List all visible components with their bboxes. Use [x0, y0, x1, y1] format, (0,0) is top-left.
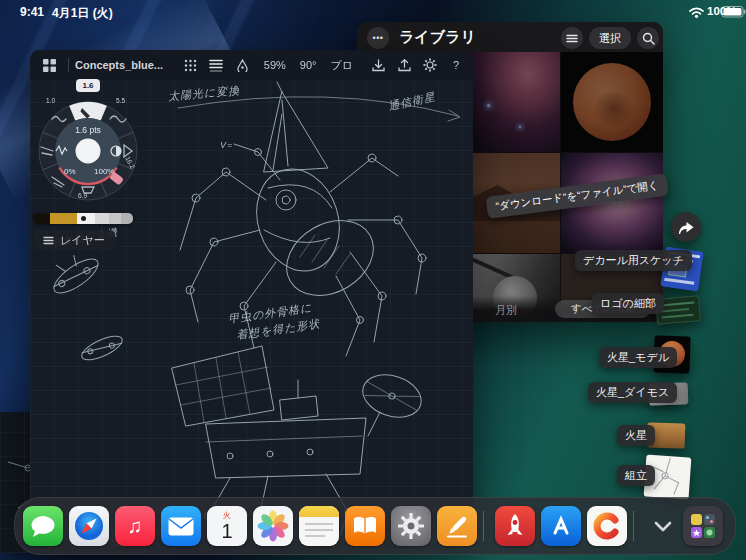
swatch-gold[interactable] — [50, 213, 77, 224]
messages-bubble-icon — [29, 513, 57, 539]
dock-app-concepts[interactable] — [587, 506, 627, 546]
opacity-max-label: 100% — [94, 167, 114, 176]
layers-label: レイヤー — [60, 233, 105, 248]
dot-grid-button[interactable] — [177, 54, 203, 76]
notes-line — [305, 523, 333, 525]
pen-icon — [442, 511, 472, 541]
color-selector-dot — [81, 216, 86, 221]
dock-app-pages[interactable] — [437, 506, 477, 546]
concepts-c-icon — [591, 510, 623, 542]
grid-2x2-icon — [43, 59, 56, 72]
dock-divider — [483, 511, 484, 541]
more-button[interactable]: ••• — [367, 27, 389, 49]
drag-item-label[interactable]: ロゴの細部 — [592, 293, 664, 314]
dock-app-music[interactable]: ♫ — [115, 506, 155, 546]
swatch-dark[interactable] — [33, 213, 50, 224]
drag-item-label[interactable]: 火星_モデル — [599, 347, 677, 368]
photos-title: ライブラリ — [399, 28, 476, 47]
books-icon — [351, 514, 379, 538]
layers-lines-icon — [43, 236, 54, 245]
zoom-level[interactable]: 59% — [264, 59, 286, 71]
mail-envelope-icon — [168, 517, 194, 536]
dock-app-appstore[interactable] — [541, 506, 581, 546]
notes-header — [299, 506, 339, 517]
import-button[interactable] — [365, 54, 391, 76]
filter-button[interactable] — [561, 27, 583, 49]
swatch-gray-3[interactable] — [121, 213, 133, 224]
dock-divider — [633, 511, 634, 541]
pen-nib-icon — [236, 59, 249, 72]
help-label: ? — [453, 59, 459, 71]
battery-body — [708, 6, 746, 18]
dock-app-messages[interactable] — [23, 506, 63, 546]
swatch-gray-2[interactable] — [109, 213, 121, 224]
layers-lines-button[interactable] — [203, 54, 229, 76]
gear-icon — [423, 58, 437, 72]
dock-app-safari[interactable] — [69, 506, 109, 546]
pen-mode-button[interactable] — [229, 54, 255, 76]
settings-button[interactable] — [417, 54, 443, 76]
dock-app-photos[interactable] — [253, 506, 293, 546]
projects-button[interactable] — [36, 54, 62, 76]
drag-item-label[interactable]: 組立 — [617, 465, 655, 486]
dock-app-settings[interactable] — [391, 506, 431, 546]
status-date: 4月1日 (火) — [52, 5, 113, 22]
forward-arrow-icon — [677, 220, 695, 235]
active-size-tab[interactable]: 1.6 — [76, 79, 100, 92]
search-button[interactable] — [637, 27, 659, 49]
export-button[interactable] — [391, 54, 417, 76]
help-button[interactable]: ? — [443, 54, 469, 76]
toolbar-divider — [68, 58, 69, 72]
wifi-icon — [688, 5, 705, 18]
import-icon — [372, 59, 385, 72]
photos-header: ••• ライブラリ 選択 — [357, 22, 663, 52]
status-bar: 9:41 4月1日 (火) 100% — [0, 0, 746, 24]
ring-size-tr: 5.5 — [116, 97, 125, 104]
layers-button[interactable]: レイヤー — [33, 230, 115, 250]
dock-app-mail[interactable] — [161, 506, 201, 546]
music-note-icon: ♫ — [128, 515, 143, 538]
drop-arrow-badge — [671, 212, 701, 242]
photos-flower-icon — [257, 510, 289, 542]
dock-app-library[interactable] — [683, 506, 723, 546]
ring-size-tl: 1.0 — [46, 97, 55, 104]
select-label: 選択 — [599, 31, 621, 46]
rocket-icon — [500, 511, 530, 541]
export-icon — [398, 59, 411, 72]
status-time: 9:41 — [20, 5, 44, 19]
dock-app-notes[interactable] — [299, 506, 339, 546]
drag-item-label[interactable]: 火星_ダイモス — [588, 382, 677, 403]
color-bar[interactable] — [33, 213, 133, 224]
active-size-label: 1.6 — [82, 81, 93, 90]
chevron-down-icon — [654, 521, 672, 532]
drag-item-label[interactable]: デカール用スケッチ — [575, 250, 692, 271]
search-icon — [642, 32, 655, 45]
concepts-window[interactable]: Concepts_blue... 59% 90° プロ — [30, 50, 473, 535]
dock-collapse-button[interactable] — [645, 506, 681, 546]
document-title[interactable]: Concepts_blue... — [75, 59, 163, 71]
filter-lines-icon — [566, 34, 578, 43]
dock-app-rocket[interactable] — [495, 506, 535, 546]
notes-line — [305, 529, 333, 531]
swatch-gray-1[interactable] — [95, 213, 109, 224]
swatch-white[interactable] — [77, 213, 95, 224]
concepts-toolbar: Concepts_blue... 59% 90° プロ — [30, 50, 473, 80]
settings-gear-icon — [396, 511, 426, 541]
rotation-value[interactable]: 90° — [300, 59, 317, 71]
calendar-day: 1 — [221, 520, 232, 542]
calendar-weekday: 火 — [223, 511, 231, 520]
tool-wheel[interactable]: 1.6 1.6 pts 0% 100% 1.0 5.5 16.2 6.9 — [32, 79, 144, 203]
pro-badge[interactable]: プロ — [330, 58, 353, 73]
dock-app-books[interactable] — [345, 506, 385, 546]
app-library-icon — [688, 511, 718, 541]
tab-months[interactable]: 月別 — [495, 303, 517, 318]
drag-item-label[interactable]: 火星 — [617, 425, 655, 446]
stroke-size-label: 1.6 pts — [62, 125, 114, 135]
stacked-lines-icon — [209, 58, 223, 72]
ring-size-b: 6.9 — [78, 192, 87, 199]
opacity-min-label: 0% — [64, 167, 76, 176]
annotation-v: V= — [220, 140, 233, 150]
drawing-canvas[interactable]: 太陽光に変換 通信衛星 長距離探査機 甲虫の外骨格に 着想を得た形状 V= — [30, 80, 473, 535]
dock-app-calendar[interactable]: 火 1 — [207, 506, 247, 546]
select-button[interactable]: 選択 — [589, 27, 631, 49]
